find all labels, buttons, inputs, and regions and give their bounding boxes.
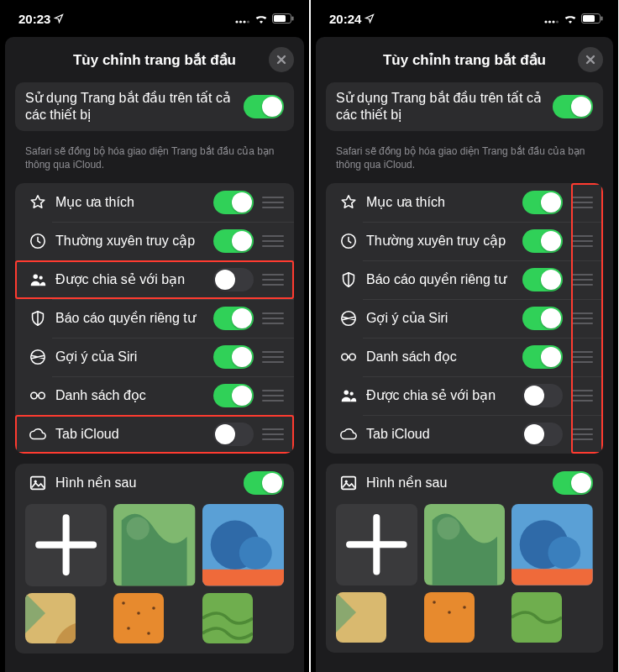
wallpaper-thumb[interactable] bbox=[202, 504, 284, 585]
location-icon bbox=[54, 13, 64, 24]
svg-point-27 bbox=[148, 632, 151, 635]
option-label: Danh sách đọc bbox=[366, 349, 522, 365]
drag-handle-icon[interactable] bbox=[571, 310, 593, 327]
svg-point-0 bbox=[235, 20, 238, 23]
wallpaper-section: Hình nền sau bbox=[326, 464, 603, 653]
wallpaper-grid bbox=[15, 504, 294, 653]
svg-point-16 bbox=[127, 517, 150, 540]
option-toggle[interactable] bbox=[522, 384, 563, 407]
options-section: Mục ưa thíchThường xuyên truy cậpBáo cáo… bbox=[326, 183, 603, 454]
wallpaper-thumb[interactable] bbox=[424, 504, 506, 585]
svg-rect-13 bbox=[31, 477, 45, 490]
settings-sheet: Tùy chỉnh trang bắt đầu Sử dụng Trang bắ… bbox=[316, 37, 613, 672]
sync-section: Sử dụng Trang bắt đầu trên tất cả các th… bbox=[326, 82, 603, 131]
option-toggle[interactable] bbox=[213, 229, 254, 253]
wallpaper-thumb[interactable] bbox=[424, 592, 475, 643]
cloud-icon bbox=[25, 425, 50, 444]
svg-point-12 bbox=[39, 393, 45, 399]
option-toggle[interactable] bbox=[213, 307, 254, 330]
sync-row: Sử dụng Trang bắt đầu trên tất cả các th… bbox=[326, 82, 603, 131]
status-time: 20:23 bbox=[18, 12, 50, 26]
wallpaper-grid bbox=[326, 504, 603, 653]
wallpaper-add[interactable] bbox=[25, 504, 107, 585]
status-bar: 20:23 bbox=[0, 0, 309, 37]
drag-handle-icon[interactable] bbox=[571, 233, 593, 249]
sync-section: Sử dụng Trang bắt đầu trên tất cả các th… bbox=[15, 82, 294, 131]
svg-point-23 bbox=[123, 601, 126, 605]
option-label: Được chia sẻ với bạn bbox=[55, 271, 213, 288]
svg-point-53 bbox=[448, 611, 451, 614]
drag-handle-icon[interactable] bbox=[571, 349, 593, 365]
wallpaper-toggle[interactable] bbox=[244, 471, 284, 495]
option-toggle[interactable] bbox=[213, 191, 254, 214]
option-toggle[interactable] bbox=[213, 384, 254, 407]
svg-point-39 bbox=[349, 354, 355, 360]
sheet-title: Tùy chỉnh trang bắt đầu bbox=[73, 51, 236, 69]
siri-icon bbox=[336, 309, 361, 328]
option-toggle[interactable] bbox=[522, 423, 563, 446]
battery-icon bbox=[272, 13, 294, 24]
option-row: Báo cáo quyền riêng tư bbox=[15, 299, 294, 338]
signal-icon bbox=[544, 13, 559, 24]
phone-left: 20:23 Tùy chỉnh trang bắt đầu Sử dụng Tr… bbox=[0, 0, 309, 672]
wallpaper-thumb[interactable] bbox=[25, 593, 76, 643]
drag-handle-icon[interactable] bbox=[262, 194, 284, 211]
people-icon bbox=[25, 270, 50, 289]
wallpaper-thumb[interactable] bbox=[113, 593, 164, 643]
svg-point-26 bbox=[128, 627, 131, 630]
option-toggle[interactable] bbox=[522, 191, 563, 214]
option-toggle[interactable] bbox=[522, 229, 563, 253]
wallpaper-thumb[interactable] bbox=[202, 593, 253, 643]
svg-point-29 bbox=[544, 20, 547, 23]
option-label: Danh sách đọc bbox=[55, 387, 213, 404]
close-button[interactable] bbox=[578, 47, 603, 72]
drag-handle-icon[interactable] bbox=[571, 426, 593, 443]
drag-handle-icon[interactable] bbox=[571, 271, 593, 288]
svg-point-45 bbox=[437, 517, 459, 540]
drag-handle-icon[interactable] bbox=[571, 387, 593, 404]
drag-handle-icon[interactable] bbox=[262, 349, 284, 365]
sync-note: Safari sẽ đồng bộ hóa giao diện Trang bắ… bbox=[316, 141, 613, 183]
sync-row: Sử dụng Trang bắt đầu trên tất cả các th… bbox=[15, 82, 294, 131]
svg-rect-51 bbox=[424, 592, 475, 643]
star-icon bbox=[336, 193, 361, 212]
close-icon bbox=[585, 55, 595, 65]
drag-handle-icon[interactable] bbox=[262, 271, 284, 288]
wallpaper-toggle[interactable] bbox=[553, 471, 593, 495]
phone-right: 20:24 Tùy chỉnh trang bắt đầu Sử dụng Tr… bbox=[309, 0, 618, 672]
location-icon bbox=[365, 13, 375, 24]
sync-toggle[interactable] bbox=[553, 95, 593, 118]
drag-handle-icon[interactable] bbox=[262, 310, 284, 327]
clock-icon bbox=[25, 232, 50, 250]
option-row: Báo cáo quyền riêng tư bbox=[326, 260, 603, 299]
sync-toggle[interactable] bbox=[244, 95, 284, 118]
signal-icon bbox=[235, 13, 250, 24]
wallpaper-add[interactable] bbox=[336, 504, 417, 585]
option-toggle[interactable] bbox=[522, 268, 563, 291]
glasses-icon bbox=[336, 348, 361, 366]
drag-handle-icon[interactable] bbox=[571, 194, 593, 211]
option-toggle[interactable] bbox=[522, 345, 563, 369]
option-toggle[interactable] bbox=[213, 423, 254, 446]
svg-rect-42 bbox=[342, 477, 356, 490]
status-time: 20:24 bbox=[329, 12, 361, 26]
wallpaper-thumb[interactable] bbox=[336, 592, 386, 643]
wallpaper-thumb[interactable] bbox=[511, 504, 593, 585]
drag-handle-icon[interactable] bbox=[262, 426, 284, 443]
svg-point-38 bbox=[342, 354, 348, 360]
svg-point-2 bbox=[243, 20, 245, 23]
option-row: Được chia sẻ với bạn bbox=[15, 260, 294, 299]
svg-point-40 bbox=[344, 391, 349, 396]
option-toggle[interactable] bbox=[213, 345, 254, 369]
wallpaper-thumb[interactable] bbox=[113, 504, 195, 585]
wallpaper-thumb[interactable] bbox=[511, 592, 562, 643]
people-icon bbox=[336, 386, 361, 405]
drag-handle-icon[interactable] bbox=[262, 233, 284, 249]
option-toggle[interactable] bbox=[522, 307, 563, 330]
option-label: Mục ưa thích bbox=[55, 194, 213, 211]
close-button[interactable] bbox=[269, 47, 294, 72]
drag-handle-icon[interactable] bbox=[262, 387, 284, 404]
option-toggle[interactable] bbox=[213, 268, 254, 291]
option-row: Danh sách đọc bbox=[326, 338, 603, 376]
svg-point-3 bbox=[247, 20, 249, 23]
